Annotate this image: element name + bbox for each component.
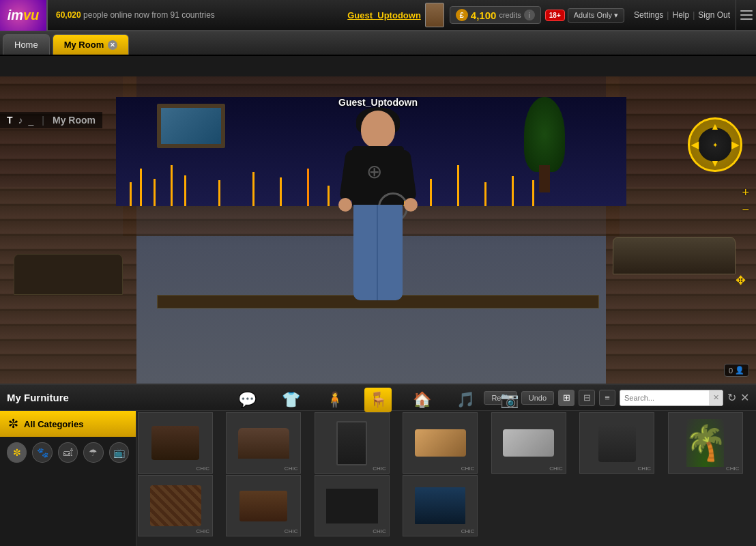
compass-right-arrow[interactable]: ▶	[731, 139, 739, 150]
all-categories-label: All Categories	[24, 419, 83, 429]
category-all-icon[interactable]: ✼	[7, 442, 27, 463]
category-pets-icon[interactable]: 🐾	[32, 442, 52, 463]
item-brand-label: CHIC	[373, 528, 386, 534]
item-brand-label: CHIC	[285, 528, 298, 534]
star-icon: ✼	[8, 416, 18, 431]
settings-link[interactable]: Settings	[634, 10, 663, 20]
minimize-tool-button[interactable]: _	[29, 115, 34, 126]
avatar-body: ⊕	[337, 111, 419, 315]
music-icon: 🎵	[456, 391, 475, 409]
logo-text2: vu	[23, 8, 39, 23]
avatar-head	[361, 111, 395, 148]
compass-left-arrow[interactable]: ◀	[691, 139, 699, 150]
room-icon: 🏠	[413, 391, 431, 409]
category-umbrella-icon[interactable]: ☂	[83, 442, 103, 463]
furniture-item[interactable]: CHIC	[403, 475, 478, 536]
menu-button[interactable]	[736, 0, 756, 31]
online-number: 60,020	[56, 10, 81, 20]
all-categories-button[interactable]: ✼ All Categories	[0, 411, 136, 437]
close-panel-button[interactable]: ✕	[740, 391, 749, 404]
avatar-container: Guest_Uptodown ⊕	[323, 111, 433, 329]
ceiling	[0, 56, 756, 76]
chevron-down-icon: ▾	[614, 11, 618, 20]
search-clear-button[interactable]: ✕	[709, 390, 723, 405]
move-mode-button[interactable]: ✥	[736, 273, 746, 288]
music-nav-button[interactable]: 🎵	[452, 388, 479, 412]
person-icon: 👤	[735, 366, 744, 375]
furniture-controls: Redo Undo ⊞ ⊟ ≡ ✕ ↻ ✕	[484, 390, 749, 406]
item-brand-label: CHIC	[726, 465, 740, 472]
credits-label: credits	[499, 11, 521, 19]
help-link[interactable]: Help	[672, 10, 689, 20]
furniture-grid: CHIC CHIC CHIC CHIC CHIC	[136, 411, 756, 538]
currency-icon: £	[456, 9, 468, 21]
adults-only-button[interactable]: Adults Only ▾	[568, 8, 624, 23]
wardrobe-thumbnail	[336, 421, 367, 465]
room-nav-button[interactable]: 🏠	[408, 388, 435, 412]
furniture-nav-button[interactable]: 🪑	[364, 388, 392, 412]
small-grid-view-button[interactable]: ⊟	[579, 390, 595, 406]
menu-line-3	[740, 18, 753, 20]
tab-home[interactable]: Home	[3, 34, 50, 55]
category-seating-icon[interactable]: 🛋	[58, 442, 78, 463]
logo-text: im	[8, 8, 23, 23]
wall-picture	[157, 104, 225, 148]
furniture-item[interactable]: CHIC	[579, 412, 654, 474]
outfit-nav-button[interactable]: 👕	[277, 388, 304, 412]
signout-link[interactable]: Sign Out	[698, 10, 730, 20]
furniture-item[interactable]: CHIC	[138, 475, 213, 536]
compass-up-arrow[interactable]: ▲	[710, 121, 720, 132]
music-tool-button[interactable]: ♪	[18, 115, 23, 126]
tv-stand-thumbnail	[325, 487, 379, 525]
avatar-thumbnail	[425, 3, 444, 27]
furniture-item[interactable]: CHIC	[403, 412, 478, 474]
category-tv-icon[interactable]: 📺	[109, 442, 129, 463]
user-info-area: Guest_Uptodown	[342, 3, 450, 27]
menu-line-1	[740, 10, 753, 12]
zoom-out-button[interactable]: −	[742, 203, 749, 217]
furniture-item[interactable]: CHIC	[226, 412, 301, 474]
settings-area: Settings | Help | Sign Out	[628, 10, 736, 20]
credits-amount: 4,100	[471, 10, 497, 21]
zoom-in-button[interactable]: +	[742, 186, 749, 200]
search-input[interactable]	[620, 390, 709, 405]
furniture-item[interactable]: 🌴 CHIC	[668, 412, 743, 474]
room-title-label: My Room	[53, 115, 96, 126]
item-brand-label: CHIC	[549, 465, 563, 472]
refresh-button[interactable]: ↻	[727, 391, 736, 404]
undo-button[interactable]: Undo	[521, 391, 554, 405]
furniture-item[interactable]: CHIC	[226, 475, 301, 536]
item-brand-label: CHIC	[638, 465, 652, 472]
sofa-thumbnail	[238, 428, 289, 459]
tab-myroom[interactable]: My Room ✕	[53, 34, 130, 55]
navigation-compass[interactable]: ▲ ▼ ◀ ▶ ✦	[688, 117, 742, 172]
furniture-item[interactable]: CHIC	[315, 475, 390, 536]
tab-myroom-close[interactable]: ✕	[108, 40, 117, 50]
avatar-nav-button[interactable]: 🧍	[321, 388, 348, 412]
online-text: people online now from 91 countries	[83, 10, 215, 20]
people-count-display: 0 👤	[724, 364, 749, 377]
rug-thumbnail	[150, 485, 201, 526]
list-view-button[interactable]: ≡	[599, 390, 615, 406]
chair-thumbnail	[598, 425, 636, 462]
item-brand-label: CHIC	[461, 528, 475, 534]
room-toolbar: T ♪ _ | My Room	[0, 112, 102, 128]
avatar-name-label: Guest_Uptodown	[338, 97, 418, 108]
username-link[interactable]: Guest_Uptodown	[347, 10, 421, 20]
chat-icon: 💬	[238, 391, 257, 409]
camera-nav-button[interactable]: 📷	[495, 388, 523, 412]
tv-thumbnail	[413, 485, 467, 526]
text-tool-button[interactable]: T	[7, 115, 13, 126]
game-scene: T ♪ _ | My Room Guest_Uptodown ⊕ ▲ ▼	[0, 56, 756, 384]
furniture-item[interactable]: CHIC	[315, 412, 390, 474]
furniture-item[interactable]: CHIC	[138, 412, 213, 474]
chat-nav-button[interactable]: 💬	[233, 388, 261, 412]
item-brand-label: CHIC	[196, 528, 209, 534]
tab-bar: Home My Room ✕	[0, 31, 756, 56]
furniture-item[interactable]: CHIC	[491, 412, 566, 474]
grid-view-button[interactable]: ⊞	[558, 390, 575, 406]
credits-info-button[interactable]: i	[524, 10, 535, 20]
compass-down-arrow[interactable]: ▼	[710, 158, 720, 169]
item-brand-label: CHIC	[285, 465, 298, 472]
anarchy-symbol: ⊕	[366, 160, 382, 183]
